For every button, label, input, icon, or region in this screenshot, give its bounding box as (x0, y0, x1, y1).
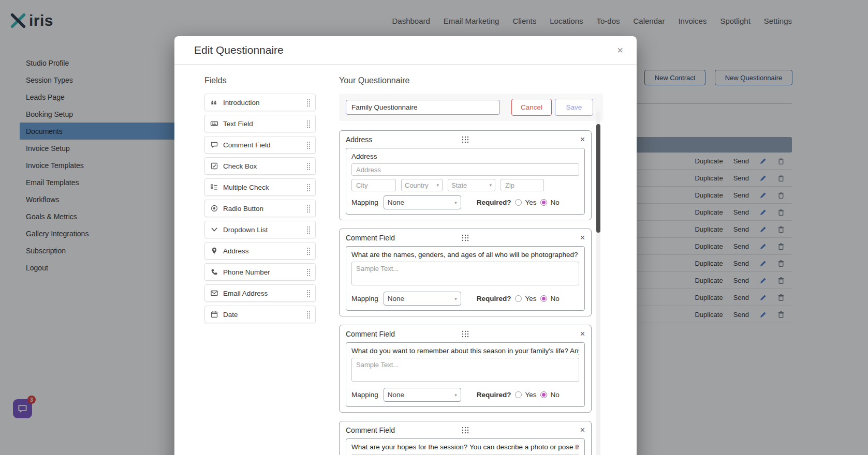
drag-grid-icon[interactable] (462, 136, 469, 143)
multiple-check-icon (210, 183, 218, 191)
required-no-radio[interactable] (540, 391, 547, 398)
field-type-introduction[interactable]: Introduction (204, 94, 316, 111)
comment-preview: What are your hopes for the session? You… (346, 438, 585, 455)
field-type-label: Email Address (223, 290, 268, 297)
card-type-label: Comment Field (346, 234, 462, 242)
questionnaire-editor: Your Questionnaire Cancel Save Address ×… (339, 76, 603, 455)
question-card-comment-3: Comment Field × What are your hopes for … (339, 421, 592, 455)
modal-close-icon[interactable]: × (617, 45, 623, 55)
state-select[interactable]: State▾ (448, 179, 495, 191)
chevron-down-icon (210, 225, 218, 234)
yes-label: Yes (525, 295, 537, 302)
field-type-date[interactable]: Date (204, 306, 316, 323)
mapping-label: Mapping (351, 391, 378, 399)
drag-grid-icon[interactable] (462, 330, 469, 338)
chevron-down-icon: ▾ (454, 296, 457, 301)
question-text: What are the names, genders, and ages of… (351, 251, 579, 259)
questionnaire-name-row: Cancel Save (339, 94, 603, 121)
required-no-radio[interactable] (540, 199, 547, 206)
question-card-comment-2: Comment Field × What do you want to reme… (339, 325, 592, 413)
no-label: No (551, 391, 560, 399)
your-questionnaire-heading: Your Questionnaire (339, 76, 603, 85)
drag-handle-icon[interactable] (306, 162, 311, 170)
address-input[interactable] (351, 163, 579, 176)
required-no-radio[interactable] (540, 295, 547, 302)
text-field-icon (210, 119, 218, 128)
comment-textarea[interactable] (351, 358, 579, 382)
no-label: No (551, 199, 560, 206)
mapping-label: Mapping (351, 199, 378, 206)
field-type-phone-number[interactable]: Phone Number (204, 263, 316, 281)
field-type-label: Address (223, 247, 249, 255)
mapping-select[interactable]: None▾ (384, 195, 461, 209)
yes-label: Yes (525, 199, 537, 206)
field-type-radio-button[interactable]: Radio Button (204, 200, 316, 217)
zip-input[interactable] (501, 179, 544, 191)
comment-preview: What do you want to remember about this … (346, 342, 585, 407)
remove-card-icon[interactable]: × (469, 233, 585, 242)
questionnaire-name-input[interactable] (346, 100, 500, 115)
drag-handle-icon[interactable] (306, 310, 311, 318)
required-yes-radio[interactable] (515, 391, 522, 398)
drag-handle-icon[interactable] (306, 183, 311, 191)
comment-textarea[interactable] (351, 262, 579, 285)
mapping-select[interactable]: None▾ (384, 292, 461, 306)
drag-handle-icon[interactable] (306, 204, 311, 213)
field-type-label: Dropdown List (223, 226, 268, 234)
card-type-label: Comment Field (346, 426, 462, 434)
field-type-label: Check Box (223, 162, 257, 170)
remove-card-icon[interactable]: × (469, 135, 585, 144)
fields-palette: Fields Introduction Text Field Comment F… (204, 76, 316, 455)
card-type-label: Comment Field (346, 330, 462, 338)
field-type-text-field[interactable]: Text Field (204, 115, 316, 132)
comment-preview: What are the names, genders, and ages of… (346, 246, 585, 311)
field-type-dropdown-list[interactable]: Dropdown List (204, 221, 316, 238)
drag-grid-icon[interactable] (462, 427, 469, 434)
field-type-label: Radio Button (223, 205, 263, 213)
phone-icon (210, 268, 218, 276)
field-type-email-address[interactable]: Email Address (204, 284, 316, 302)
drag-handle-icon[interactable] (306, 141, 311, 149)
fields-heading: Fields (204, 76, 316, 85)
question-text: What are your hopes for the session? You… (351, 443, 579, 451)
cancel-button[interactable]: Cancel (511, 99, 552, 116)
drag-handle-icon[interactable] (306, 289, 311, 297)
drag-grid-icon[interactable] (462, 234, 469, 241)
chevron-down-icon: ▾ (489, 183, 492, 188)
card-type-label: Address (346, 135, 462, 144)
yes-label: Yes (525, 391, 537, 399)
drag-handle-icon[interactable] (306, 247, 311, 255)
field-type-comment-field[interactable]: Comment Field (204, 136, 316, 154)
remove-card-icon[interactable]: × (469, 426, 585, 435)
drag-handle-icon[interactable] (306, 119, 311, 128)
required-yes-radio[interactable] (515, 295, 522, 302)
field-type-label: Introduction (223, 99, 260, 107)
modal-header: Edit Questionnaire × (174, 36, 637, 65)
radio-icon (210, 204, 218, 213)
no-label: No (551, 295, 560, 302)
checkbox-icon (210, 162, 218, 170)
field-type-label: Date (223, 311, 238, 318)
field-type-address[interactable]: Address (204, 242, 316, 260)
modal-scrollbar-thumb[interactable] (596, 124, 600, 233)
calendar-icon (210, 310, 218, 318)
remove-card-icon[interactable]: × (469, 329, 585, 339)
city-input[interactable] (351, 179, 396, 191)
save-button[interactable]: Save (555, 99, 593, 116)
field-type-label: Text Field (223, 120, 253, 128)
mapping-select[interactable]: None▾ (384, 388, 461, 402)
chevron-down-icon: ▾ (436, 183, 439, 188)
envelope-icon (210, 289, 218, 297)
drag-handle-icon[interactable] (306, 268, 311, 276)
modal-title: Edit Questionnaire (194, 44, 284, 56)
mapping-label: Mapping (351, 295, 378, 302)
drag-handle-icon[interactable] (306, 98, 311, 107)
field-type-label: Phone Number (223, 268, 270, 276)
required-yes-radio[interactable] (515, 199, 522, 206)
field-type-multiple-check[interactable]: Multiple Check (204, 178, 316, 196)
field-type-check-box[interactable]: Check Box (204, 157, 316, 175)
country-select[interactable]: Country▾ (401, 179, 443, 191)
address-label: Address (351, 153, 579, 160)
drag-handle-icon[interactable] (306, 225, 311, 234)
question-text: What do you want to remember about this … (351, 347, 579, 355)
